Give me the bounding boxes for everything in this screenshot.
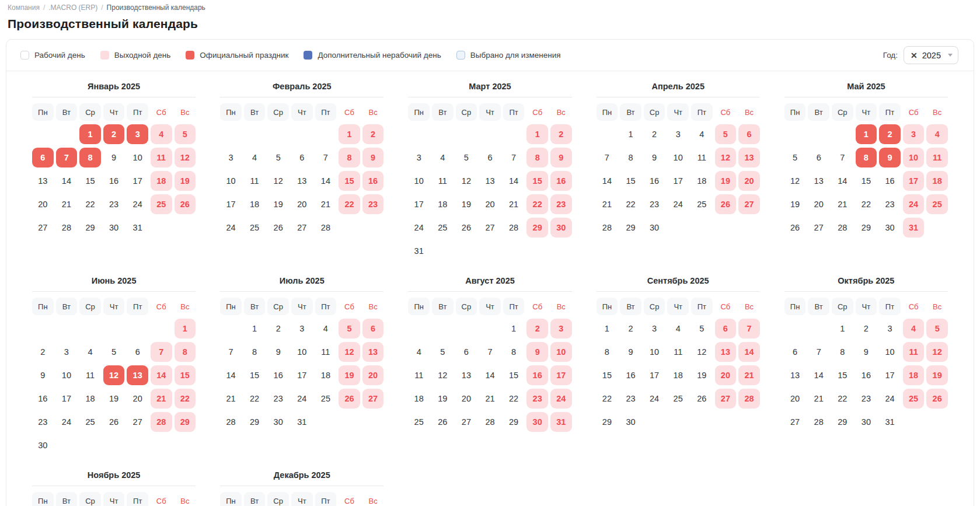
day-cell[interactable]: 16	[32, 389, 54, 409]
day-cell[interactable]: 26	[926, 389, 948, 409]
day-cell[interactable]: 11	[151, 148, 172, 167]
day-cell[interactable]: 14	[56, 171, 78, 191]
day-cell[interactable]: 14	[808, 365, 829, 385]
day-cell[interactable]: 4	[926, 124, 948, 144]
day-cell[interactable]: 5	[103, 342, 125, 362]
day-cell[interactable]: 26	[784, 218, 806, 238]
day-cell[interactable]: 31	[903, 218, 925, 238]
day-cell[interactable]: 20	[32, 194, 54, 214]
day-cell[interactable]: 21	[597, 194, 618, 214]
day-cell[interactable]: 30	[879, 218, 901, 238]
day-cell[interactable]: 2	[267, 319, 289, 339]
day-cell[interactable]: 15	[597, 365, 618, 385]
day-cell[interactable]: 14	[503, 171, 525, 191]
day-cell[interactable]: 27	[291, 218, 313, 238]
day-cell[interactable]: 11	[79, 365, 101, 385]
day-cell[interactable]: 30	[644, 218, 665, 238]
day-cell[interactable]: 21	[738, 365, 760, 385]
day-cell[interactable]: 24	[903, 194, 925, 214]
day-cell[interactable]: 29	[526, 218, 548, 238]
day-cell[interactable]: 5	[715, 124, 737, 144]
day-cell[interactable]: 20	[291, 194, 313, 214]
day-cell[interactable]: 8	[175, 342, 196, 362]
day-cell[interactable]: 25	[667, 389, 689, 409]
day-cell[interactable]: 24	[550, 389, 572, 409]
day-cell[interactable]: 7	[832, 148, 853, 167]
day-cell[interactable]: 12	[432, 365, 454, 385]
day-cell[interactable]: 2	[620, 319, 641, 339]
day-cell[interactable]: 17	[667, 171, 689, 191]
day-cell[interactable]: 21	[479, 389, 501, 409]
day-cell[interactable]: 1	[339, 124, 360, 144]
day-cell[interactable]: 25	[151, 194, 172, 214]
day-cell[interactable]: 16	[620, 365, 641, 385]
day-cell[interactable]: 5	[267, 148, 289, 167]
day-cell[interactable]: 2	[32, 342, 54, 362]
day-cell[interactable]: 27	[715, 389, 737, 409]
day-cell[interactable]: 9	[103, 148, 125, 167]
day-cell[interactable]: 12	[103, 365, 125, 385]
day-cell[interactable]: 3	[903, 124, 925, 144]
year-select[interactable]: ✕ 2025	[904, 46, 958, 64]
day-cell[interactable]: 22	[503, 389, 525, 409]
day-cell[interactable]: 11	[432, 171, 454, 191]
day-cell[interactable]: 11	[244, 171, 266, 191]
day-cell[interactable]: 3	[408, 148, 430, 167]
day-cell[interactable]: 18	[79, 389, 101, 409]
day-cell[interactable]: 9	[550, 148, 572, 167]
day-cell[interactable]: 20	[738, 171, 760, 191]
day-cell[interactable]: 24	[879, 389, 901, 409]
day-cell[interactable]: 24	[667, 194, 689, 214]
day-cell[interactable]: 30	[32, 435, 54, 455]
day-cell[interactable]: 14	[220, 365, 242, 385]
day-cell[interactable]: 10	[879, 342, 901, 362]
day-cell[interactable]: 11	[315, 342, 337, 362]
day-cell[interactable]: 2	[856, 319, 877, 339]
day-cell[interactable]: 9	[879, 148, 901, 167]
day-cell[interactable]: 20	[456, 389, 477, 409]
day-cell[interactable]: 15	[856, 171, 877, 191]
day-cell[interactable]: 20	[479, 194, 501, 214]
day-cell[interactable]: 11	[926, 148, 948, 167]
day-cell[interactable]: 27	[479, 218, 501, 238]
day-cell[interactable]: 24	[291, 389, 313, 409]
day-cell[interactable]: 22	[597, 389, 618, 409]
day-cell[interactable]: 17	[550, 365, 572, 385]
day-cell[interactable]: 17	[879, 365, 901, 385]
day-cell[interactable]: 25	[926, 194, 948, 214]
day-cell[interactable]: 23	[32, 412, 54, 432]
day-cell[interactable]: 11	[903, 342, 925, 362]
day-cell[interactable]: 25	[903, 389, 925, 409]
day-cell[interactable]: 6	[808, 148, 829, 167]
day-cell[interactable]: 18	[691, 171, 713, 191]
day-cell[interactable]: 23	[526, 389, 548, 409]
day-cell[interactable]: 8	[339, 148, 360, 167]
day-cell[interactable]: 23	[103, 194, 125, 214]
day-cell[interactable]: 10	[903, 148, 925, 167]
day-cell[interactable]: 13	[456, 365, 477, 385]
day-cell[interactable]: 10	[127, 148, 148, 167]
day-cell[interactable]: 17	[56, 389, 78, 409]
day-cell[interactable]: 3	[291, 319, 313, 339]
day-cell[interactable]: 22	[856, 194, 877, 214]
day-cell[interactable]: 19	[339, 365, 360, 385]
day-cell[interactable]: 28	[832, 218, 853, 238]
day-cell[interactable]: 3	[667, 124, 689, 144]
day-cell[interactable]: 19	[691, 365, 713, 385]
day-cell[interactable]: 26	[691, 389, 713, 409]
day-cell[interactable]: 1	[597, 319, 618, 339]
day-cell[interactable]: 25	[79, 412, 101, 432]
day-cell[interactable]: 15	[620, 171, 641, 191]
day-cell[interactable]: 9	[856, 342, 877, 362]
day-cell[interactable]: 28	[220, 412, 242, 432]
day-cell[interactable]: 28	[56, 218, 78, 238]
day-cell[interactable]: 18	[315, 365, 337, 385]
day-cell[interactable]: 13	[362, 342, 384, 362]
day-cell[interactable]: 18	[903, 365, 925, 385]
day-cell[interactable]: 3	[550, 319, 572, 339]
day-cell[interactable]: 2	[526, 319, 548, 339]
day-cell[interactable]: 24	[127, 194, 148, 214]
day-cell[interactable]: 14	[597, 171, 618, 191]
day-cell[interactable]: 26	[339, 389, 360, 409]
day-cell[interactable]: 27	[32, 218, 54, 238]
